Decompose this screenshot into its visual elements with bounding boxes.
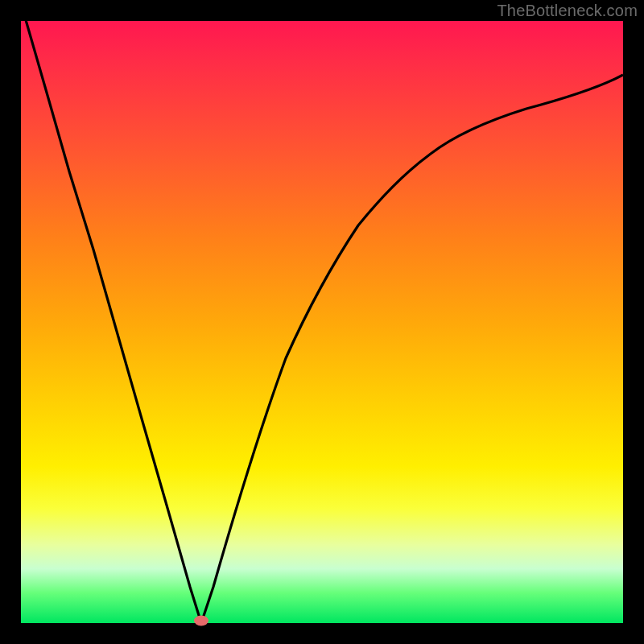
- curve-layer: [21, 21, 623, 623]
- bottleneck-curve: [21, 21, 623, 623]
- watermark-text: TheBottleneck.com: [497, 2, 638, 20]
- chart-frame: TheBottleneck.com: [0, 0, 644, 644]
- plot-area: [21, 21, 623, 623]
- minimum-marker: [194, 616, 208, 626]
